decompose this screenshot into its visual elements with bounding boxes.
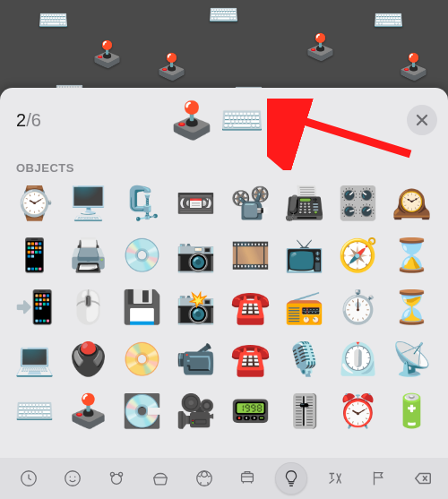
emoji-cell[interactable]: ⌛ — [391, 234, 434, 277]
emoji-cell[interactable]: 📼 — [175, 182, 218, 225]
section-label: OBJECTS — [0, 149, 448, 178]
food-icon — [151, 469, 170, 488]
emoji-cell[interactable]: 🖲️ — [66, 338, 109, 381]
emoji-cell[interactable]: ☎️ — [228, 338, 271, 381]
emoji-cell[interactable]: 💻 — [13, 338, 56, 381]
svg-point-2 — [69, 476, 70, 477]
svg-point-6 — [118, 472, 122, 476]
bg-emoji: ⌨️ — [208, 0, 239, 30]
category-travel[interactable] — [231, 462, 263, 495]
emoji-cell[interactable]: ⏰ — [337, 390, 380, 433]
emoji-cell[interactable]: 📠 — [282, 182, 325, 225]
svg-point-7 — [196, 471, 211, 486]
counter: 2/6 — [16, 110, 41, 131]
emoji-cell[interactable]: 📹 — [175, 338, 218, 381]
text-caret — [270, 99, 271, 142]
emoji-cell[interactable]: 🎚️ — [282, 390, 325, 433]
emoji-cell[interactable]: 📟 — [228, 390, 271, 433]
emoji-cell[interactable]: 🖱️ — [66, 286, 109, 329]
emoji-cell[interactable]: 📻 — [282, 286, 325, 329]
category-smileys[interactable] — [56, 462, 89, 495]
composed-emoji-2: ⌨️ — [220, 102, 264, 138]
emoji-cell[interactable]: 🖥️ — [66, 182, 109, 225]
lightbulb-icon — [281, 469, 301, 488]
emoji-cell[interactable]: ☎️ — [228, 286, 271, 329]
emoji-cell[interactable]: 🎛️ — [337, 182, 380, 225]
emoji-cell[interactable]: 📡 — [391, 338, 434, 381]
emoji-cell[interactable]: 💾 — [121, 286, 164, 329]
bg-emoji: 🕹️ — [91, 39, 123, 69]
bg-emoji: 🕹️ — [398, 52, 429, 82]
emoji-cell[interactable]: 📷 — [175, 234, 218, 277]
emoji-cell[interactable]: 📸 — [175, 286, 218, 329]
emoji-cell[interactable]: 📺 — [282, 234, 325, 277]
close-icon — [416, 114, 428, 126]
emoji-cell[interactable]: 🗜️ — [121, 182, 164, 225]
category-recent[interactable] — [13, 462, 45, 495]
emoji-cell[interactable]: ⏲️ — [337, 338, 380, 381]
emoji-cell[interactable]: ⌨️ — [13, 390, 56, 433]
emoji-cell[interactable]: 📽️ — [228, 182, 271, 225]
emoji-cell[interactable]: 🧭 — [337, 234, 380, 277]
smiley-icon — [63, 469, 82, 488]
close-button[interactable] — [407, 105, 437, 135]
emoji-cell[interactable]: 🔋 — [391, 390, 434, 433]
travel-icon — [237, 469, 257, 488]
emoji-cell[interactable]: 🖨️ — [66, 234, 109, 277]
flag-icon — [369, 469, 389, 488]
svg-rect-8 — [242, 474, 254, 482]
emoji-cell[interactable]: ⌚ — [13, 182, 56, 225]
counter-current: 2 — [16, 110, 26, 130]
composed-emoji-1: 🕹️ — [169, 102, 214, 138]
category-flags[interactable] — [363, 462, 395, 495]
delete-icon — [413, 469, 433, 488]
category-bar — [0, 458, 448, 499]
emoji-cell[interactable]: 🎥 — [175, 390, 218, 433]
svg-point-5 — [110, 472, 114, 476]
bg-emoji: 🕹️ — [156, 52, 187, 82]
emoji-cell[interactable]: 💽 — [121, 390, 164, 433]
emoji-grid-wrap: ⌚🖥️🗜️📼📽️📠🎛️🕰️📱🖨️💿📷🎞️📺🧭⌛📲🖱️💾📸☎️📻⏱️⏳💻🖲️📀📹☎… — [0, 178, 448, 458]
category-food[interactable] — [144, 462, 177, 495]
category-delete[interactable] — [407, 462, 439, 495]
clock-icon — [19, 469, 39, 488]
activity-icon — [194, 469, 214, 488]
animal-icon — [107, 469, 126, 488]
counter-total: 6 — [31, 110, 41, 130]
composed-input[interactable]: 🕹️ ⌨️ — [41, 99, 400, 142]
svg-point-3 — [74, 476, 75, 477]
emoji-cell[interactable]: 📲 — [13, 286, 56, 329]
svg-point-1 — [65, 471, 81, 486]
emoji-cell[interactable]: 📀 — [121, 338, 164, 381]
symbols-icon — [325, 469, 345, 488]
bg-emoji: ⌨️ — [38, 5, 69, 35]
emoji-cell[interactable]: 🕰️ — [391, 182, 434, 225]
emoji-cell[interactable]: 🎞️ — [228, 234, 271, 277]
emoji-cell[interactable]: 💿 — [121, 234, 164, 277]
emoji-cell[interactable]: ⏱️ — [337, 286, 380, 329]
emoji-keyboard-sheet: 2/6 🕹️ ⌨️ OBJECTS ⌚🖥️🗜️📼📽️📠🎛️🕰️📱🖨️💿📷🎞️📺🧭… — [0, 88, 448, 499]
emoji-cell[interactable]: 🕹️ — [66, 390, 109, 433]
category-symbols[interactable] — [319, 462, 351, 495]
bg-emoji: ⌨️ — [373, 5, 404, 35]
category-activity[interactable] — [188, 462, 220, 495]
input-row: 2/6 🕹️ ⌨️ — [0, 88, 448, 149]
emoji-grid: ⌚🖥️🗜️📼📽️📠🎛️🕰️📱🖨️💿📷🎞️📺🧭⌛📲🖱️💾📸☎️📻⏱️⏳💻🖲️📀📹☎… — [13, 182, 435, 433]
emoji-cell[interactable]: 📱 — [13, 234, 56, 277]
emoji-cell[interactable]: 🎙️ — [282, 338, 325, 381]
category-objects[interactable] — [275, 462, 307, 495]
bg-emoji: 🕹️ — [305, 32, 336, 62]
category-animals[interactable] — [100, 462, 133, 495]
emoji-cell[interactable]: ⏳ — [391, 286, 434, 329]
